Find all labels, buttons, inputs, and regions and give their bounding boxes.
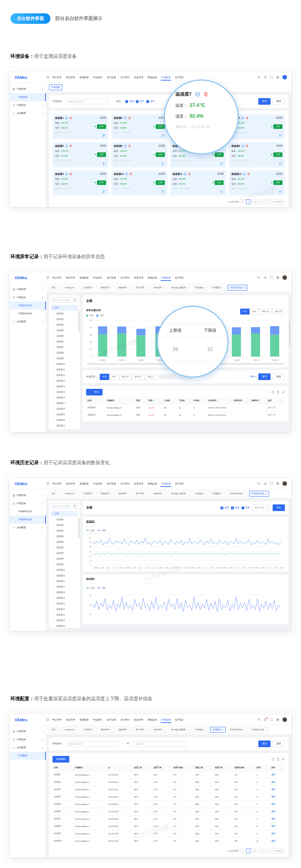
close-icon[interactable]: × — [145, 287, 147, 289]
language-icon[interactable] — [276, 718, 279, 721]
tree-item[interactable]: 温湿度17 — [51, 400, 78, 406]
tree-item[interactable]: 温湿度16 — [51, 601, 78, 606]
row-action[interactable]: 编辑 — [270, 808, 285, 815]
query-button[interactable]: 查询 — [258, 740, 271, 747]
page-button[interactable]: 3 — [259, 199, 264, 204]
tree-item[interactable]: 温湿度2 — [51, 522, 78, 528]
next-page-button[interactable]: > — [265, 848, 270, 853]
language-icon[interactable] — [276, 276, 279, 279]
top-nav-item[interactable]: 基础数据 — [79, 715, 89, 724]
query-button[interactable]: 查询 — [258, 373, 271, 380]
row-action[interactable]: 解决方案 — [266, 412, 285, 419]
column-header[interactable]: 所属网关 — [74, 765, 107, 771]
close-icon[interactable]: × — [93, 287, 94, 289]
top-nav-item[interactable]: 静电监测 — [148, 273, 157, 282]
fullscreen-icon[interactable] — [270, 482, 273, 485]
top-nav-item[interactable]: 设备管理 — [134, 73, 143, 82]
close-icon[interactable]: × — [75, 492, 77, 495]
delete-icon[interactable] — [128, 145, 131, 147]
tree-item[interactable]: 温湿度5 — [51, 333, 78, 339]
tree-item[interactable]: 温湿度19 — [51, 412, 78, 417]
edit-icon[interactable] — [241, 145, 244, 147]
top-nav-item[interactable]: 安灯呼叫 — [120, 73, 130, 82]
bell-icon[interactable] — [264, 76, 267, 79]
delete-icon[interactable] — [69, 145, 72, 147]
tree-item[interactable]: 温湿度18 — [51, 612, 78, 618]
tree-item[interactable]: 温湿度3 — [51, 528, 78, 533]
tree-item[interactable]: 温湿度11 — [51, 573, 78, 578]
close-icon[interactable]: × — [75, 287, 77, 289]
column-header[interactable]: 操作 — [266, 398, 285, 404]
tree-item[interactable]: 温湿度20 — [51, 623, 78, 628]
column-header[interactable]: 温度补偿值 — [172, 765, 194, 771]
device-card[interactable]: 温湿度10温度：21.4℃湿度：39.3%网关IP：10.10.60.92温湿度… — [111, 170, 167, 195]
batch-edit-button[interactable]: 批量编辑 — [52, 756, 69, 763]
edit-icon[interactable] — [241, 117, 244, 119]
tab[interactable]: 作业端全局配置× — [168, 727, 190, 733]
tab[interactable]: 应用管理× — [81, 285, 97, 291]
top-nav-item[interactable]: 环境监测 — [161, 273, 170, 282]
sidebar-group[interactable]: 全局配置▾ — [10, 524, 46, 532]
top-nav-item[interactable]: 生产报工 — [175, 73, 184, 82]
sidebar-group[interactable]: 全局配置▾ — [10, 109, 46, 117]
delete-icon[interactable] — [69, 173, 72, 175]
column-header[interactable]: 数值 ⇅ — [147, 398, 163, 404]
close-icon[interactable]: × — [163, 729, 164, 731]
range-button[interactable]: 昨天 — [250, 309, 259, 315]
delete-icon[interactable] — [69, 117, 72, 119]
tree-item[interactable]: 温湿度14 — [51, 384, 78, 389]
tab[interactable]: 应用管理× — [81, 491, 97, 497]
menu-fold-icon[interactable] — [46, 76, 49, 79]
close-icon[interactable]: × — [128, 729, 129, 731]
close-icon[interactable]: × — [204, 492, 205, 495]
search-icon[interactable] — [257, 718, 260, 721]
tab[interactable]: 机构管理× — [116, 727, 132, 733]
tab[interactable]: SaaS企业× — [62, 491, 79, 497]
row-action[interactable]: 编辑 — [270, 779, 285, 786]
bell-icon[interactable] — [264, 482, 267, 485]
column-header[interactable]: 下限值 — [177, 398, 192, 404]
menu-fold-icon[interactable] — [46, 718, 49, 721]
column-header[interactable]: 区域 — [86, 398, 105, 404]
close-icon[interactable]: × — [93, 729, 94, 731]
sidebar-group[interactable]: 环境管理▾ — [10, 491, 46, 500]
tab[interactable]: 环境历史记录× — [249, 491, 269, 497]
tab[interactable]: 作业端全局配置× — [168, 285, 190, 291]
sidebar-group[interactable]: 环境记录▴ — [10, 500, 46, 508]
tree-item[interactable]: 温湿度17 — [51, 606, 78, 612]
tab[interactable]: 环境异常记录× — [227, 285, 247, 291]
tree-item[interactable]: 温湿度6 — [51, 339, 78, 344]
search-icon[interactable] — [257, 76, 260, 79]
tab[interactable]: 菜单管理× — [98, 727, 114, 733]
language-icon[interactable] — [276, 76, 279, 79]
top-nav-item[interactable]: 作业指导 — [93, 715, 102, 724]
top-nav-item[interactable]: 基础数据 — [79, 479, 89, 488]
avatar[interactable] — [282, 481, 287, 486]
tree-item[interactable]: 温湿度7 — [51, 344, 78, 350]
top-nav-item[interactable]: 生产追溯 — [107, 73, 116, 82]
sort-icon[interactable]: ⇅ — [241, 399, 244, 401]
tree-item[interactable]: 温湿度8 — [51, 556, 78, 562]
tree-root-item[interactable]: ▾全部 — [51, 511, 78, 517]
close-icon[interactable]: × — [222, 287, 223, 289]
tree-item[interactable]: 温湿度2 — [51, 316, 78, 322]
delete-icon[interactable] — [188, 173, 191, 175]
quick-filter-button[interactable]: 昨天 — [109, 374, 119, 380]
page-size-select[interactable]: 12 条/页 ▾ — [271, 848, 285, 854]
row-action[interactable]: 编辑 — [270, 830, 285, 838]
tree-root-item[interactable]: ▾全部 — [51, 305, 78, 311]
tree-item[interactable]: 温湿度11 — [51, 367, 78, 372]
top-nav-item[interactable]: 静电监测 — [148, 479, 157, 488]
tree-item[interactable]: 温湿度12 — [51, 372, 78, 378]
close-icon[interactable]: × — [187, 492, 188, 495]
device-card[interactable]: 温湿度6温度：26.4℃湿度：46.4%网关IP：10.10.60.92温湿度正… — [111, 142, 167, 167]
page-size-select[interactable]: 12 条/页 ▾ — [271, 199, 285, 205]
tree-item[interactable]: 温湿度21 — [51, 423, 78, 428]
next-page-button[interactable]: > — [265, 199, 270, 204]
delete-icon[interactable] — [246, 145, 248, 147]
column-header[interactable]: 持续时长 — [250, 398, 266, 404]
top-nav-item[interactable]: 环境监测 — [161, 479, 170, 488]
edit-icon[interactable] — [65, 117, 68, 119]
reset-button[interactable]: 重置 — [273, 98, 285, 105]
menu-fold-icon[interactable] — [46, 276, 49, 279]
